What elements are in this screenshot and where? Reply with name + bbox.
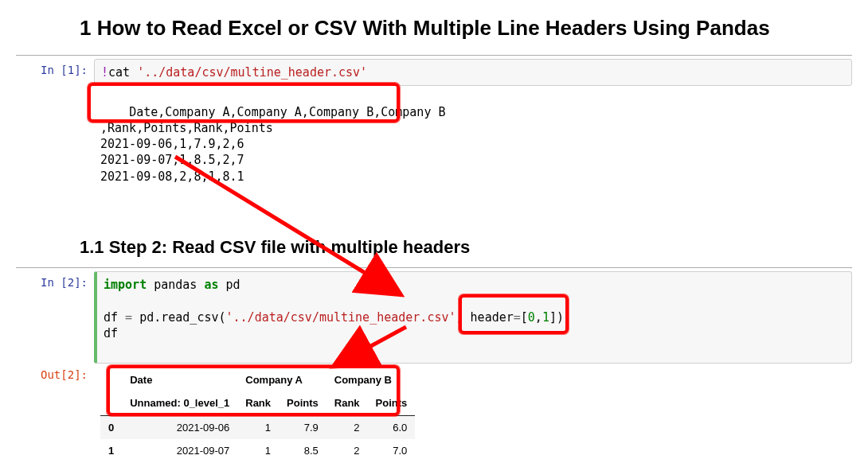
eq: = xyxy=(514,310,521,325)
cell: 2 xyxy=(326,415,368,439)
code-cell-2-output-row: Out[2]: Date Company A Company B Unnamed… xyxy=(16,364,852,460)
cell: 6.0 xyxy=(368,415,416,439)
cell: 1 xyxy=(237,439,279,459)
bang-operator: ! xyxy=(101,65,108,80)
cell: 8.5 xyxy=(279,439,326,459)
code-path: '../data/csv/multine_header.csv' xyxy=(137,65,367,80)
csv-line: Date,Company A,Company A,Company B,Compa… xyxy=(129,105,445,119)
csv-line: 2021-09-07,1,8.5,2,7 xyxy=(100,153,244,167)
code-path: '../data/csv/multine_header.csv' xyxy=(226,310,456,325)
eq: = xyxy=(125,310,132,325)
code-text: pandas xyxy=(147,278,204,292)
code-text: , header xyxy=(456,310,514,325)
code-text: df xyxy=(104,310,125,325)
table-header-row-top: Date Company A Company B xyxy=(100,368,415,392)
code-cell-1-input[interactable]: !cat '../data/csv/multine_header.csv' xyxy=(94,59,852,86)
section-subtitle: 1.1 Step 2: Read CSV file with multiple … xyxy=(80,237,852,258)
table-header: Rank xyxy=(237,391,279,415)
code-text: pd.read_csv( xyxy=(132,310,225,325)
prompt-in-1: In [1]: xyxy=(16,59,94,76)
table-header xyxy=(100,368,122,392)
row-index: 1 xyxy=(100,439,122,459)
csv-line: 2021-09-06,1,7.9,2,6 xyxy=(100,137,244,151)
code-text: cat xyxy=(108,65,137,80)
prompt-out-2: Out[2]: xyxy=(16,364,94,381)
code-text: ]) xyxy=(549,310,564,325)
kw-as: as xyxy=(204,278,218,292)
table-header: Company A xyxy=(237,368,326,392)
cell: 1 xyxy=(237,415,279,439)
prompt-empty xyxy=(16,86,94,91)
code-cell-2: In [2]: import pandas as pd df = pd.read… xyxy=(16,271,852,363)
num: 0 xyxy=(528,310,535,325)
cell: 7.0 xyxy=(368,439,416,459)
csv-line: 2021-09-08,2,8,1,8.1 xyxy=(100,169,244,184)
table-row: 1 2021-09-07 1 8.5 2 7.0 xyxy=(100,439,415,459)
row-index: 0 xyxy=(100,415,122,439)
cell: 2021-09-07 xyxy=(122,439,237,459)
code-text: pd xyxy=(219,278,240,292)
page-title: 1 How to Read Excel or CSV With Multiple… xyxy=(80,16,852,41)
table-header: Unnamed: 0_level_1 xyxy=(122,391,237,415)
code-text: df xyxy=(104,326,118,340)
cell-1-stdout: Date,Company A,Company A,Company B,Compa… xyxy=(94,86,852,223)
code-cell-2-input[interactable]: import pandas as pd df = pd.read_csv('..… xyxy=(94,271,852,363)
table-row: 0 2021-09-06 1 7.9 2 6.0 xyxy=(100,415,415,439)
table-header: Points xyxy=(368,391,416,415)
cell: 2021-09-06 xyxy=(122,415,237,439)
table-header: Date xyxy=(122,368,237,392)
csv-line: ,Rank,Points,Rank,Points xyxy=(100,121,273,135)
cell-2-output: Date Company A Company B Unnamed: 0_leve… xyxy=(94,364,852,460)
table-header xyxy=(100,391,122,415)
table-header: Company B xyxy=(326,368,416,392)
cell: 7.9 xyxy=(279,415,326,439)
code-cell-1-output-row: Date,Company A,Company A,Company B,Compa… xyxy=(16,86,852,223)
cell: 2 xyxy=(326,439,368,459)
num: 1 xyxy=(542,310,549,325)
kw-import: import xyxy=(104,278,147,292)
code-cell-1: In [1]: !cat '../data/csv/multine_header… xyxy=(16,59,852,86)
prompt-in-2: In [2]: xyxy=(16,271,94,289)
table-header: Rank xyxy=(326,391,368,415)
table-header-row-sub: Unnamed: 0_level_1 Rank Points Rank Poin… xyxy=(100,391,415,415)
dataframe-table: Date Company A Company B Unnamed: 0_leve… xyxy=(100,368,415,460)
code-text: , xyxy=(535,310,542,325)
table-header: Points xyxy=(279,391,326,415)
code-text: [ xyxy=(521,310,528,325)
